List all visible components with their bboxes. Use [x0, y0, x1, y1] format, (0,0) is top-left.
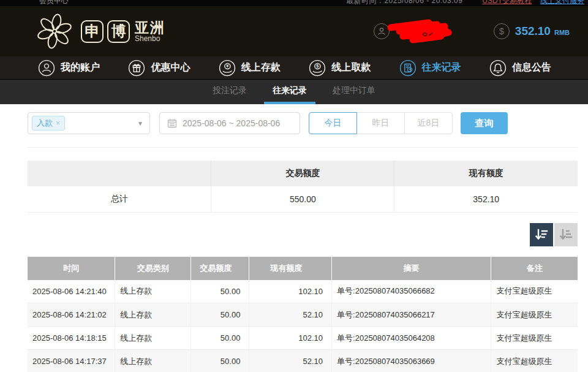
table-row: 2025-08-06 14:21:02线上存款50.0052.10单号:2025… — [28, 303, 578, 327]
col-current-amount: 现有额度 — [249, 257, 332, 280]
table-cell: 线上存款 — [115, 327, 191, 350]
usdt-link[interactable]: USDT交易教程 — [482, 0, 532, 6]
sort-ascending-icon — [559, 228, 573, 241]
table-cell: 支付宝超级原生 — [491, 350, 578, 372]
table-row: 2025-08-06 14:18:15线上存款50.00102.10单号:202… — [28, 327, 578, 350]
col-time: 时间 — [28, 257, 115, 280]
table-cell: 单号:202508074035066217 — [332, 303, 491, 327]
table-row: 2025-08-06 14:17:37线上存款50.0052.10单号:2025… — [28, 350, 578, 372]
nav-promo-center[interactable]: 优惠中心 — [128, 59, 190, 77]
transaction-type-select[interactable]: 入款 × ▼ — [28, 112, 150, 134]
sort-ascending-button[interactable] — [554, 223, 578, 246]
table-cell: 支付宝超级原生 — [491, 303, 578, 327]
table-cell: 52.10 — [249, 350, 332, 372]
balance-currency: RMB — [554, 26, 570, 36]
filter-bar: 入款 × ▼ 2025-08-06 ~ 2025-08-06 今日 昨日 近8日… — [28, 112, 578, 134]
shenbo-logo[interactable]: 申 博 亚洲 Shenbo — [37, 13, 165, 49]
tag-remove-icon[interactable]: × — [56, 119, 60, 127]
col-remark: 备注 — [491, 257, 578, 280]
calendar-icon — [167, 118, 177, 128]
table-cell: 2025-08-06 14:21:40 — [28, 280, 115, 303]
header: 申 博 亚洲 Shenbo $ 352.10 RMB — [0, 6, 588, 56]
search-button[interactable]: 查询 — [461, 112, 508, 134]
table-cell: 线上存款 — [115, 303, 191, 327]
col-type: 交易类别 — [115, 257, 191, 280]
table-cell: 50.00 — [191, 280, 249, 303]
bell-icon — [489, 59, 507, 77]
records-icon — [399, 59, 417, 77]
sort-controls — [28, 223, 578, 246]
summary-header-current: 现有额度 — [394, 161, 578, 186]
table-cell: 102.10 — [249, 280, 332, 303]
date-range-value: 2025-08-06 ~ 2025-08-06 — [183, 118, 280, 128]
table-row: 2025-08-06 14:21:40线上存款50.00102.10单号:202… — [28, 280, 578, 303]
table-cell: 102.10 — [249, 327, 332, 350]
tab-transaction-records[interactable]: 往来记录 — [264, 80, 315, 104]
col-trade-amount: 交易额度 — [191, 257, 249, 280]
table-cell: 支付宝超级原生 — [491, 280, 578, 303]
logo-char-shen: 申 — [81, 20, 104, 43]
summary-current-total: 352.10 — [394, 186, 578, 212]
table-cell: 单号:202508074035066682 — [332, 280, 491, 303]
yesterday-button[interactable]: 昨日 — [356, 112, 405, 134]
table-cell: 2025-08-06 14:17:37 — [28, 350, 115, 372]
table-cell: 2025-08-06 14:18:15 — [28, 327, 115, 350]
deposit-icon: ¥ — [219, 59, 236, 77]
logo-region-label: 亚洲 — [135, 20, 165, 35]
today-button[interactable]: 今日 — [309, 112, 357, 134]
table-cell: 50.00 — [191, 350, 249, 372]
online-pay-link[interactable]: 线上支付服务 — [540, 0, 584, 6]
tab-pending-orders[interactable]: 处理中订单 — [324, 80, 384, 104]
summary-header-blank — [28, 161, 211, 186]
table-cell: 支付宝超级原生 — [491, 327, 578, 350]
type-tag-deposit: 入款 × — [32, 116, 65, 131]
table-cell: 2025-08-06 14:21:02 — [28, 303, 115, 327]
records-header-row: 时间 交易类别 交易额度 现有额度 摘要 备注 — [28, 257, 578, 280]
summary-total-row: 总计 550.00 352.10 — [28, 186, 578, 212]
records-table: 时间 交易类别 交易额度 现有额度 摘要 备注 2025-08-06 14:21… — [28, 257, 578, 372]
sort-descending-icon — [535, 228, 548, 241]
tab-betting-records[interactable]: 投注记录 — [204, 80, 255, 104]
main-nav: 我的账户 优惠中心 ¥ 线上存款 $ 线上取款 往来记录 — [0, 56, 588, 80]
logo-char-bo: 博 — [107, 20, 130, 43]
member-center-label[interactable]: 会员中心 — [39, 0, 69, 6]
col-summary: 摘要 — [332, 257, 491, 280]
subtabs: 投注记录 往来记录 处理中订单 — [0, 80, 588, 104]
summary-trade-total: 550.00 — [211, 186, 394, 212]
table-cell: 单号:202508074035063669 — [332, 350, 491, 372]
user-icon — [38, 59, 55, 77]
section-divider — [28, 147, 578, 148]
balance-display[interactable]: $ 352.10 RMB — [494, 23, 570, 39]
summary-total-label: 总计 — [28, 186, 211, 212]
table-cell: 52.10 — [249, 303, 332, 327]
nav-online-withdraw[interactable]: $ 线上取款 — [309, 59, 371, 77]
nav-transaction-records[interactable]: 往来记录 — [399, 59, 461, 77]
dollar-coin-icon: $ — [494, 23, 510, 39]
redacted-username-scribble — [385, 18, 457, 45]
balance-amount: 352.10 — [515, 25, 551, 38]
date-range-input[interactable]: 2025-08-06 ~ 2025-08-06 — [159, 112, 300, 134]
summary-header-trade: 交易额度 — [211, 161, 394, 186]
user-area — [374, 18, 457, 45]
sort-descending-button[interactable] — [530, 223, 553, 246]
table-cell: 线上存款 — [115, 280, 191, 303]
quick-date-group: 今日 昨日 近8日 — [309, 112, 453, 134]
nav-online-deposit[interactable]: ¥ 线上存款 — [219, 59, 281, 77]
gift-icon — [128, 59, 145, 77]
nav-my-account[interactable]: 我的账户 — [38, 59, 100, 77]
summary-table: 交易额度 现有额度 总计 550.00 352.10 — [28, 161, 578, 213]
top-strip: 会员中心 最新时间：2025/08/06 - 20:03:09 USDT交易教程… — [0, 0, 588, 6]
table-cell: 50.00 — [191, 327, 249, 350]
latest-time-label: 最新时间：2025/08/06 - 20:03:09 — [346, 0, 462, 6]
last-8-days-button[interactable]: 近8日 — [404, 112, 453, 134]
chevron-down-icon: ▼ — [137, 120, 143, 127]
logo-subtitle: Shenbo — [135, 35, 165, 43]
table-cell: 单号:202508074035064208 — [332, 327, 491, 350]
nav-announcements[interactable]: 信息公告 — [489, 59, 551, 77]
flower-logo-icon — [37, 13, 72, 49]
withdraw-icon: $ — [309, 59, 326, 77]
table-cell: 50.00 — [191, 303, 249, 327]
table-cell: 线上存款 — [115, 350, 191, 372]
